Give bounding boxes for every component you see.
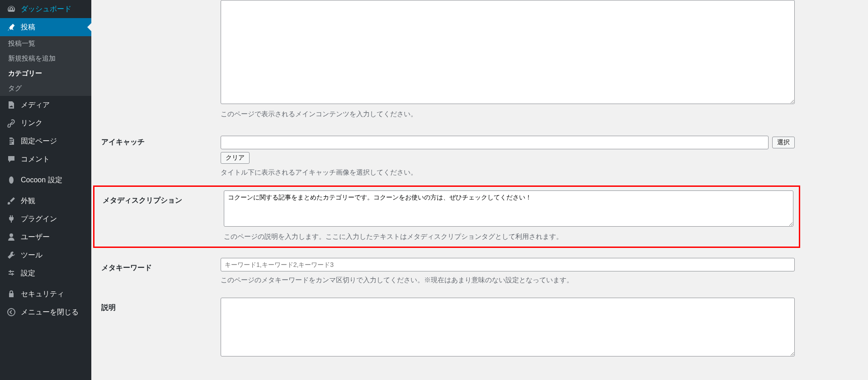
sidebar-item-pages[interactable]: 固定ページ <box>0 132 91 150</box>
sidebar-sub-all-posts[interactable]: 投稿一覧 <box>0 36 91 51</box>
sidebar-item-comments[interactable]: コメント <box>0 150 91 168</box>
sidebar-item-media[interactable]: メディア <box>0 96 91 114</box>
wrench-icon <box>6 250 16 260</box>
settings-icon <box>6 268 16 278</box>
svg-point-1 <box>8 309 15 316</box>
sidebar-label: 投稿 <box>21 23 35 32</box>
meta-keywords-helper: このページのメタキーワードをカンマ区切りで入力してください。※現在はあまり意味の… <box>221 275 795 285</box>
svg-point-0 <box>9 176 14 184</box>
sidebar-item-plugins[interactable]: プラグイン <box>0 210 91 228</box>
meta-description-label: メタディスクリプション <box>94 190 224 211</box>
admin-sidebar: ダッシュボード 投稿 投稿一覧 新規投稿を追加 カテゴリー タグ メディア リン… <box>0 0 91 380</box>
page-icon <box>6 136 16 146</box>
sidebar-label: ツール <box>21 251 42 260</box>
sidebar-item-posts[interactable]: 投稿 <box>0 18 91 36</box>
sidebar-label: メニューを閉じる <box>21 308 79 317</box>
sidebar-item-tools[interactable]: ツール <box>0 246 91 264</box>
plugin-icon <box>6 214 16 224</box>
cocoon-icon <box>6 175 16 185</box>
sidebar-item-users[interactable]: ユーザー <box>0 228 91 246</box>
sidebar-label: 固定ページ <box>21 137 57 146</box>
sidebar-label: セキュリティ <box>21 290 64 299</box>
sidebar-label: Cocoon 設定 <box>21 176 62 185</box>
sidebar-label: リンク <box>21 119 42 128</box>
main-content: このページで表示されるメインコンテンツを入力してください。 アイキャッチ 選択 … <box>91 0 802 380</box>
dashboard-icon <box>6 4 16 14</box>
main-content-helper: このページで表示されるメインコンテンツを入力してください。 <box>221 109 795 119</box>
sidebar-sub-tags[interactable]: タグ <box>0 81 91 96</box>
sidebar-item-settings[interactable]: 設定 <box>0 264 91 282</box>
sidebar-label: ユーザー <box>21 233 50 242</box>
sidebar-submenu-posts: 投稿一覧 新規投稿を追加 カテゴリー タグ <box>0 36 91 96</box>
sidebar-item-cocoon[interactable]: Cocoon 設定 <box>0 171 91 189</box>
link-icon <box>6 118 16 128</box>
pin-icon <box>6 22 16 32</box>
sidebar-collapse[interactable]: メニューを閉じる <box>0 303 91 321</box>
eyecatch-helper: タイトル下に表示されるアイキャッチ画像を選択してください。 <box>221 167 795 178</box>
media-icon <box>6 100 16 110</box>
collapse-icon <box>6 307 16 317</box>
meta-description-highlight: メタディスクリプション このページの説明を入力します。ここに入力したテキストはメ… <box>93 185 800 248</box>
meta-keywords-input[interactable] <box>221 258 795 271</box>
user-icon <box>6 232 16 242</box>
eyecatch-input[interactable] <box>221 136 769 149</box>
sidebar-label: コメント <box>21 155 50 164</box>
lock-icon <box>6 289 16 299</box>
meta-keywords-label: メタキーワード <box>91 258 221 278</box>
meta-description-helper: このページの説明を入力します。ここに入力したテキストはメタディスクリプションタグ… <box>224 232 793 242</box>
sidebar-sub-categories[interactable]: カテゴリー <box>0 66 91 81</box>
sidebar-label: プラグイン <box>21 214 57 224</box>
sidebar-label: メディア <box>21 100 50 110</box>
description-label: 説明 <box>91 298 221 318</box>
sidebar-item-dashboard[interactable]: ダッシュボード <box>0 0 91 18</box>
meta-description-textarea[interactable] <box>224 190 793 227</box>
eyecatch-clear-button[interactable]: クリア <box>221 152 250 164</box>
sidebar-label: ダッシュボード <box>21 5 71 14</box>
eyecatch-label: アイキャッチ <box>91 132 221 152</box>
sidebar-label: 設定 <box>21 269 35 278</box>
description-textarea[interactable] <box>221 298 795 356</box>
main-content-textarea[interactable] <box>221 0 795 104</box>
comment-icon <box>6 154 16 164</box>
sidebar-sub-new-post[interactable]: 新規投稿を追加 <box>0 51 91 66</box>
sidebar-label: 外観 <box>21 196 35 206</box>
sidebar-item-appearance[interactable]: 外観 <box>0 192 91 210</box>
main-content-label <box>91 0 221 11</box>
brush-icon <box>6 196 16 206</box>
eyecatch-select-button[interactable]: 選択 <box>772 137 795 148</box>
sidebar-item-security[interactable]: セキュリティ <box>0 285 91 303</box>
sidebar-item-links[interactable]: リンク <box>0 114 91 132</box>
